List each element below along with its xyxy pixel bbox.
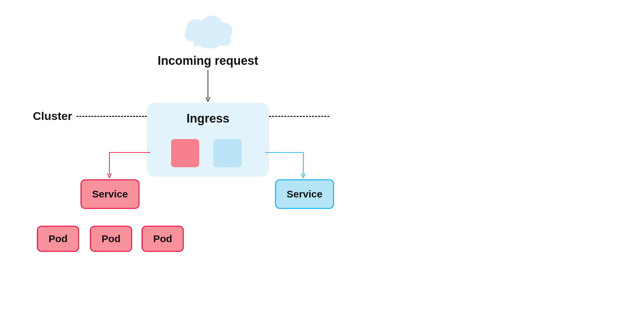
service-box-left: Service: [80, 179, 140, 209]
service-right-label: Service: [287, 188, 323, 200]
pod-2-label: Pod: [102, 233, 121, 244]
pod-1-label: Pod: [49, 233, 68, 244]
cloud-icon: [179, 10, 236, 50]
incoming-request-label: Incoming request: [158, 54, 258, 68]
diagram-stage: Incoming request Cluster Ingress Service…: [0, 0, 644, 313]
cluster-label: Cluster: [33, 109, 72, 123]
ingress-chip-red: [171, 139, 199, 167]
ingress-title: Ingress: [186, 111, 229, 126]
pod-box-3: Pod: [142, 226, 184, 252]
pod-box-1: Pod: [37, 226, 79, 252]
arrow-incoming: [205, 70, 211, 103]
ingress-box: Ingress: [147, 103, 269, 177]
arrow-to-service-right: [264, 151, 308, 181]
service-box-right: Service: [275, 179, 334, 209]
pod-box-2: Pod: [90, 226, 132, 252]
cluster-divider-right: [269, 116, 329, 117]
ingress-chip-blue: [213, 139, 241, 167]
pod-3-label: Pod: [153, 233, 172, 244]
service-left-label: Service: [92, 188, 128, 200]
cluster-divider-left: [76, 116, 147, 117]
arrow-to-service-left: [107, 151, 152, 181]
